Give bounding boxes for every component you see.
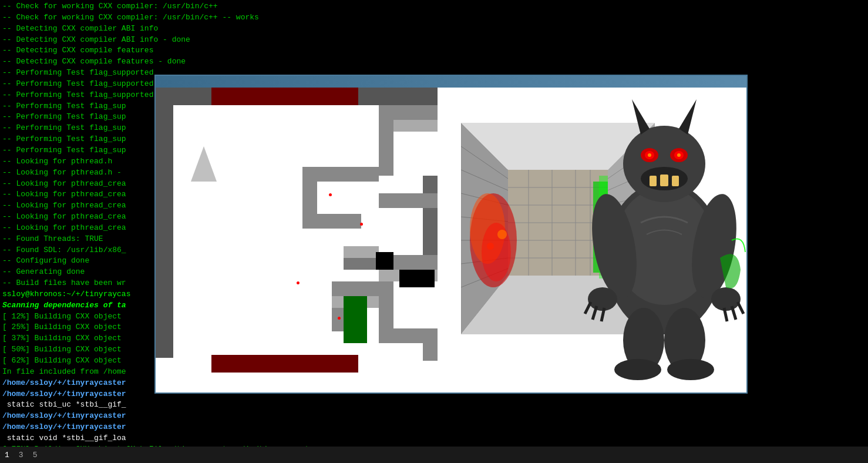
terminal-line: /home/ssloy/+/tinyraycaster [2,411,866,422]
terminal-line: -- Detecting CXX compile features - done [2,56,866,68]
map-wall [344,246,379,258]
terminal-line: -- Detecting CXX compiler ABI info - don… [2,35,866,46]
red-dot-2 [360,223,363,226]
svg-marker-40 [679,99,697,135]
map-wall [423,176,438,193]
map-wall [423,208,438,255]
game-window [154,75,748,394]
svg-point-53 [588,287,617,311]
svg-point-34 [497,230,507,239]
red-dot-3 [297,281,300,284]
tab-5[interactable]: 5 [33,451,38,459]
svg-rect-50 [672,176,679,186]
view-panel [438,88,746,392]
terminal-line: -- Check for working CXX compiler: /usr/… [2,1,866,12]
red-dot-4 [338,317,341,320]
svg-point-38 [623,126,705,202]
game-content [156,88,746,392]
svg-line-59 [732,306,736,320]
svg-point-33 [482,223,511,281]
map-black-area2 [399,270,435,287]
svg-point-64 [667,359,714,380]
terminal-line: -- Check for working CXX compiler: /usr/… [2,12,866,24]
svg-point-45 [648,153,651,157]
map-wall [332,281,379,296]
terminal-line: -- Detecting CXX compiler ABI info [2,24,866,35]
player-triangle [191,146,217,182]
map-block [211,88,358,105]
svg-line-54 [585,302,591,314]
svg-line-55 [593,306,597,320]
monster-sprite [582,93,746,381]
map-wall [344,258,379,270]
map-wall [379,328,438,343]
map-wall [393,120,438,132]
map-wall [302,214,361,229]
svg-rect-48 [650,176,657,186]
map-green-area [344,296,367,343]
map-wall [379,105,393,176]
bottom-bar: 1 3 5 [0,447,868,463]
map-wall [156,88,211,105]
svg-rect-49 [660,175,668,186]
red-dot-1 [329,193,332,196]
terminal-line: -- Detecting CXX compile features [2,45,866,56]
map-panel [156,88,438,392]
map-wall-left [156,105,173,358]
svg-point-46 [677,153,681,157]
map-wall [379,193,438,208]
tab-3[interactable]: 3 [19,451,23,459]
map-wall [358,88,438,105]
svg-marker-39 [632,99,650,135]
map-wall [302,167,317,214]
tab-1[interactable]: 1 [5,451,9,459]
svg-line-58 [738,302,743,314]
map-wall [379,281,393,328]
game-titlebar [156,76,746,88]
svg-point-63 [614,359,661,380]
terminal-line: static stbi_uc *stbi__gif_ [2,400,866,411]
map-block-bottom [211,355,358,373]
terminal-line: static void *stbi__gif_loa [2,433,866,444]
map-wall [423,343,438,361]
terminal-line: /home/ssloy/+/tinyraycaster [2,422,866,433]
map-black-area [376,252,393,270]
svg-point-35 [487,243,494,250]
svg-point-57 [711,287,741,311]
